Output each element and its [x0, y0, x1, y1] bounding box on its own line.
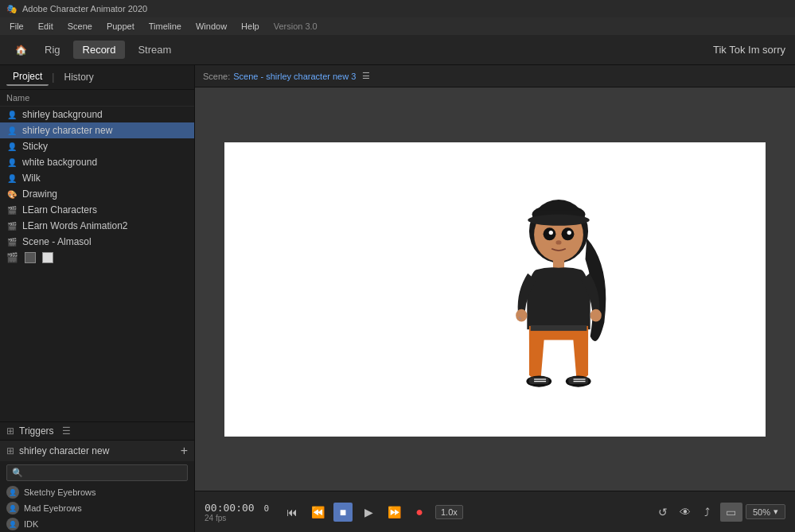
puppet-icon: 👤	[6, 141, 18, 152]
refresh-button[interactable]: ↺	[653, 503, 672, 522]
view-button[interactable]: ▭	[720, 503, 742, 522]
menu-edit[interactable]: Edit	[32, 20, 60, 33]
playback-bar: 00:00:00 0 24 fps ⏮ ⏪ ■ ▶ ⏩ ● 1.0x ↺ 👁 ⤴…	[195, 491, 795, 532]
search-input[interactable]	[26, 468, 182, 478]
app-icon: 🎭	[6, 4, 18, 14]
list-item[interactable]: 👤 Sticky	[0, 138, 194, 154]
list-header: Name	[0, 90, 194, 107]
triggers-section: ⊞ Triggers ☰	[0, 421, 194, 440]
item-name: LEarn Characters	[22, 204, 97, 216]
char-item-name: Mad Eyebrows	[24, 503, 82, 513]
svg-text:∿: ∿	[518, 314, 522, 320]
svg-point-8	[567, 230, 571, 234]
fwd-frame-button[interactable]: ⏩	[384, 503, 403, 522]
character-svg: ∿	[479, 182, 638, 421]
char-item-icon: 👤	[6, 502, 19, 515]
list-item[interactable]: 🎬 Scene - Almasol	[0, 234, 194, 250]
svg-rect-14	[531, 325, 587, 331]
character-panel: ⊞ shirley character new + 🔍 👤 Sketchy Ey…	[0, 440, 194, 532]
list-item[interactable]: 👤 shirley background	[0, 107, 194, 122]
item-name: LEarn Words Animation2	[22, 220, 128, 231]
canvas-area: ∿	[195, 87, 795, 491]
list-item[interactable]: 👤 white background	[0, 154, 194, 170]
speed-control[interactable]: 1.0x	[435, 505, 463, 519]
export-button[interactable]: ⤴	[698, 503, 717, 522]
project-list: Name 👤 shirley background 👤 shirley char…	[0, 90, 194, 421]
left-panel: Project | History Name 👤 shirley backgro…	[0, 65, 195, 532]
puppet-icon: 👤	[6, 173, 18, 184]
tab-stream[interactable]: Stream	[128, 41, 181, 59]
triggers-menu-icon[interactable]: ☰	[62, 425, 71, 437]
top-nav: 🏠 Rig Record Stream Tik Tok Im sorry	[0, 35, 795, 65]
puppet-icon: 👤	[6, 109, 18, 120]
item-name: Wilk	[22, 173, 41, 184]
project-tabs: Project | History	[0, 65, 194, 90]
scene-icon: 🎬	[6, 220, 18, 231]
scene-bottom-icons: 🎬	[0, 250, 194, 266]
character-header: ⊞ shirley character new +	[0, 441, 194, 461]
list-item[interactable]: 🎨 Drawing	[0, 186, 194, 202]
list-item[interactable]: 🎬 LEarn Characters	[0, 202, 194, 218]
scene-link[interactable]: Scene - shirley character new 3	[233, 72, 356, 81]
back-frame-button[interactable]: ⏪	[308, 503, 327, 522]
timecode: 00:00:00 0	[205, 502, 276, 514]
puppet-icon: 👤	[6, 125, 18, 136]
fps-display: 24 fps	[205, 514, 276, 522]
char-list-item[interactable]: 👤 Sketchy Eyebrows	[0, 484, 194, 500]
char-list-item[interactable]: 👤 IDK	[0, 516, 194, 532]
scene-header: Scene: Scene - shirley character new 3 ☰	[195, 65, 795, 87]
menu-help[interactable]: Help	[235, 20, 266, 33]
scene-label: Scene:	[203, 72, 230, 81]
svg-rect-18	[568, 377, 588, 384]
svg-point-4	[528, 214, 590, 225]
to-start-button[interactable]: ⏮	[283, 503, 302, 522]
webcam-button[interactable]: 👁	[676, 503, 695, 522]
item-name: shirley character new	[22, 125, 112, 136]
svg-point-7	[549, 230, 553, 234]
item-name: Scene - Almasol	[22, 236, 92, 247]
char-grid-icon: ⊞	[6, 445, 14, 456]
stop-button[interactable]: ■	[333, 503, 353, 522]
app-title: Adobe Character Animator 2020	[22, 4, 147, 14]
tab-record[interactable]: Record	[73, 41, 126, 59]
item-name: Sticky	[22, 141, 48, 152]
tab-history[interactable]: History	[57, 69, 99, 85]
scene-white-icon[interactable]	[42, 252, 53, 263]
canvas: ∿	[224, 142, 766, 437]
scene-rect-icon[interactable]	[25, 252, 36, 263]
record-button[interactable]: ●	[410, 503, 429, 522]
menu-file[interactable]: File	[3, 20, 30, 33]
menu-version: Version 3.0	[267, 20, 324, 33]
timecode-display: 00:00:00 0 24 fps	[205, 502, 276, 522]
tab-rig[interactable]: Rig	[35, 41, 70, 59]
item-name: white background	[22, 157, 97, 168]
char-item-name: Sketchy Eyebrows	[24, 487, 95, 497]
char-item-icon: 👤	[6, 518, 19, 530]
search-box[interactable]: 🔍	[6, 464, 188, 481]
list-item[interactable]: 🎬 LEarn Words Animation2	[0, 218, 194, 234]
play-button[interactable]: ▶	[359, 503, 378, 522]
menu-window[interactable]: Window	[189, 20, 233, 33]
puppet-icon: 👤	[6, 157, 18, 168]
triggers-grid-icon: ⊞	[6, 425, 14, 437]
center-area: Scene: Scene - shirley character new 3 ☰	[195, 65, 795, 532]
menu-timeline[interactable]: Timeline	[142, 20, 188, 33]
item-name: shirley background	[22, 109, 103, 120]
char-list-item[interactable]: 👤 Mad Eyebrows	[0, 500, 194, 516]
list-item[interactable]: 👤 Wilk	[0, 170, 194, 186]
home-button[interactable]: 🏠	[10, 39, 32, 61]
search-icon: 🔍	[12, 468, 23, 478]
svg-point-9	[555, 240, 561, 244]
char-add-button[interactable]: +	[181, 444, 188, 458]
list-item-selected[interactable]: 👤 shirley character new	[0, 122, 194, 138]
zoom-control[interactable]: 50% ▾	[746, 504, 785, 519]
menu-puppet[interactable]: Puppet	[100, 20, 141, 33]
extra-controls: ↺ 👁 ⤴ ▭ 50% ▾	[653, 503, 785, 522]
scene-icon: 🎬	[6, 204, 18, 216]
triggers-title: Triggers	[19, 425, 54, 437]
char-item-name: IDK	[24, 519, 38, 529]
menu-scene[interactable]: Scene	[61, 20, 99, 33]
scene-clapper-icon[interactable]: 🎬	[6, 252, 18, 263]
tab-project[interactable]: Project	[6, 68, 49, 86]
scene-menu-icon[interactable]: ☰	[362, 71, 370, 81]
